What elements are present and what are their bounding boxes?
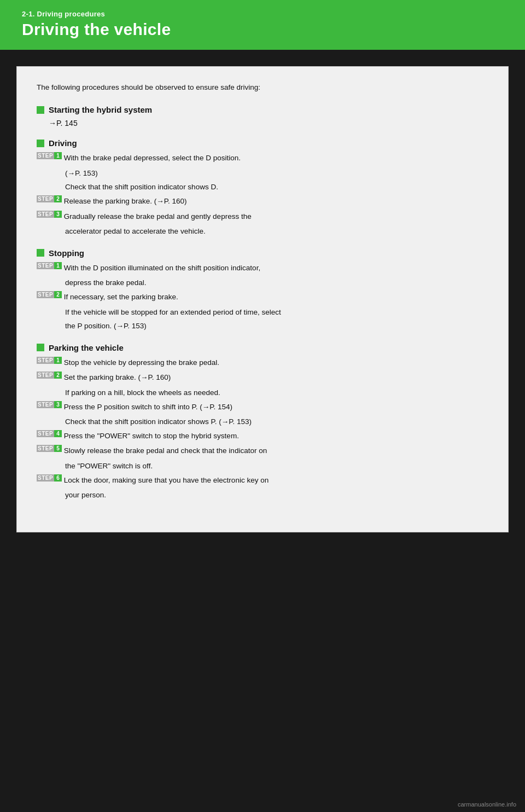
parking-step-3-text: Press the P position switch to shift int… xyxy=(64,401,488,413)
parking-step-3-row: STEP 3 Press the P position switch to sh… xyxy=(37,401,488,413)
green-square-icon-4 xyxy=(37,344,44,351)
driving-step-2-row: STEP 2 Release the parking brake. (→P. 1… xyxy=(37,195,488,207)
stopping-step-1-badge: STEP 1 xyxy=(37,262,62,269)
header-title: Driving the vehicle xyxy=(22,20,503,39)
parking-step-3-badge: STEP 3 xyxy=(37,401,62,408)
step-number-s2: 2 xyxy=(54,291,62,298)
parking-step-4-row: STEP 4 Press the "POWER" switch to stop … xyxy=(37,430,488,442)
section-title-driving: Driving xyxy=(49,138,77,148)
step-number-3: 3 xyxy=(54,211,62,218)
section-heading-parking: Parking the vehicle xyxy=(37,343,488,352)
section-title-parking: Parking the vehicle xyxy=(49,343,124,352)
parking-step-2-text: Set the parking brake. (→P. 160) xyxy=(64,372,488,384)
step-number-p3: 3 xyxy=(54,401,62,408)
step-label: STEP xyxy=(37,152,54,159)
step-number-2: 2 xyxy=(54,195,62,202)
parking-step-4-text: Press the "POWER" switch to stop the hyb… xyxy=(64,430,488,442)
section-title-starting: Starting the hybrid system xyxy=(49,105,152,114)
driving-step-2-text: Release the parking brake. (→P. 160) xyxy=(64,195,488,207)
step-label-s2: STEP xyxy=(37,291,54,298)
page-header: 2-1. Driving procedures Driving the vehi… xyxy=(0,0,525,50)
step-label-p2: STEP xyxy=(37,372,54,379)
step-number-1: 1 xyxy=(54,152,62,159)
section-driving: Driving STEP 1 With the brake pedal depr… xyxy=(37,138,488,237)
step-label-3: STEP xyxy=(37,211,54,218)
step-number-p5: 5 xyxy=(54,445,62,452)
stopping-step-1-text: With the D position illuminated on the s… xyxy=(64,262,488,274)
driving-step-1-badge: STEP 1 xyxy=(37,152,62,159)
parking-step-1-row: STEP 1 Stop the vehicle by depressing th… xyxy=(37,357,488,369)
driving-step-1-row: STEP 1 With the brake pedal depressed, s… xyxy=(37,152,488,164)
step-label-s1: STEP xyxy=(37,262,54,269)
step-label-p1: STEP xyxy=(37,357,54,364)
stopping-step-1-indent: depress the brake pedal. xyxy=(65,277,488,289)
stopping-step-1-row: STEP 1 With the D position illuminated o… xyxy=(37,262,488,274)
stopping-step-2-badge: STEP 2 xyxy=(37,291,62,298)
page-ref-starting: →P. 145 xyxy=(49,119,488,127)
parking-step-1-text: Stop the vehicle by depressing the brake… xyxy=(64,357,488,369)
green-square-icon-3 xyxy=(37,249,44,257)
step-label-2: STEP xyxy=(37,195,54,202)
step-number-p4: 4 xyxy=(54,430,62,437)
footer-text: carmanualsonline.info xyxy=(458,801,516,808)
stopping-step-2-row: STEP 2 If necessary, set the parking bra… xyxy=(37,291,488,303)
stopping-step-2-indent-1: If the vehicle will be stopped for an ex… xyxy=(65,306,488,318)
parking-step-2-indent: If parking on a hill, block the wheels a… xyxy=(65,387,488,399)
green-square-icon xyxy=(37,106,44,114)
step-number-p1: 1 xyxy=(54,357,62,364)
parking-step-6-indent: your person. xyxy=(65,489,488,501)
parking-step-5-text: Slowly release the brake pedal and check… xyxy=(64,445,488,457)
parking-step-6-row: STEP 6 Lock the door, making sure that y… xyxy=(37,474,488,486)
section-stopping: Stopping STEP 1 With the D position illu… xyxy=(37,248,488,332)
driving-step-3-row: STEP 3 Gradually release the brake pedal… xyxy=(37,211,488,223)
section-title-stopping: Stopping xyxy=(49,248,84,258)
parking-step-2-row: STEP 2 Set the parking brake. (→P. 160) xyxy=(37,372,488,384)
step-label-p5: STEP xyxy=(37,445,54,452)
driving-step-2-badge: STEP 2 xyxy=(37,195,62,202)
parking-step-4-badge: STEP 4 xyxy=(37,430,62,437)
section-heading-driving: Driving xyxy=(37,138,488,148)
intro-text: The following procedures should be obser… xyxy=(37,82,488,93)
parking-step-3-indent: Check that the shift position indicator … xyxy=(65,416,488,428)
stopping-step-2-text: If necessary, set the parking brake. xyxy=(64,291,488,303)
driving-step-1-text: With the brake pedal depressed, select t… xyxy=(64,152,488,164)
step-label-p4: STEP xyxy=(37,430,54,437)
section-parking: Parking the vehicle STEP 1 Stop the vehi… xyxy=(37,343,488,501)
parking-step-5-indent: the "POWER" switch is off. xyxy=(65,460,488,472)
parking-step-6-badge: STEP 6 xyxy=(37,474,62,482)
header-subtitle: 2-1. Driving procedures xyxy=(22,10,503,18)
footer: carmanualsonline.info xyxy=(449,797,525,812)
step-label-p3: STEP xyxy=(37,401,54,408)
stopping-step-2-indent-2: the P position. (→P. 153) xyxy=(65,320,488,332)
step-number-p2: 2 xyxy=(54,372,62,379)
driving-step-3-indent: accelerator pedal to accelerate the vehi… xyxy=(65,225,488,237)
main-content-box: The following procedures should be obser… xyxy=(16,66,509,532)
section-heading-stopping: Stopping xyxy=(37,248,488,258)
green-square-icon-2 xyxy=(37,140,44,147)
step-number-p6: 6 xyxy=(54,474,62,482)
section-starting: Starting the hybrid system →P. 145 xyxy=(37,105,488,127)
parking-step-5-row: STEP 5 Slowly release the brake pedal an… xyxy=(37,445,488,457)
driving-step-1-indent-2: Check that the shift position indicator … xyxy=(65,181,488,193)
parking-step-1-badge: STEP 1 xyxy=(37,357,62,364)
driving-step-3-text: Gradually release the brake pedal and ge… xyxy=(64,211,488,223)
step-label-p6: STEP xyxy=(37,474,54,482)
driving-step-3-badge: STEP 3 xyxy=(37,211,62,218)
step-number-s1: 1 xyxy=(54,262,62,269)
driving-step-1-indent-1: (→P. 153) xyxy=(65,167,488,179)
section-heading-starting: Starting the hybrid system xyxy=(37,105,488,114)
parking-step-2-badge: STEP 2 xyxy=(37,372,62,379)
parking-step-6-text: Lock the door, making sure that you have… xyxy=(64,474,488,486)
parking-step-5-badge: STEP 5 xyxy=(37,445,62,452)
